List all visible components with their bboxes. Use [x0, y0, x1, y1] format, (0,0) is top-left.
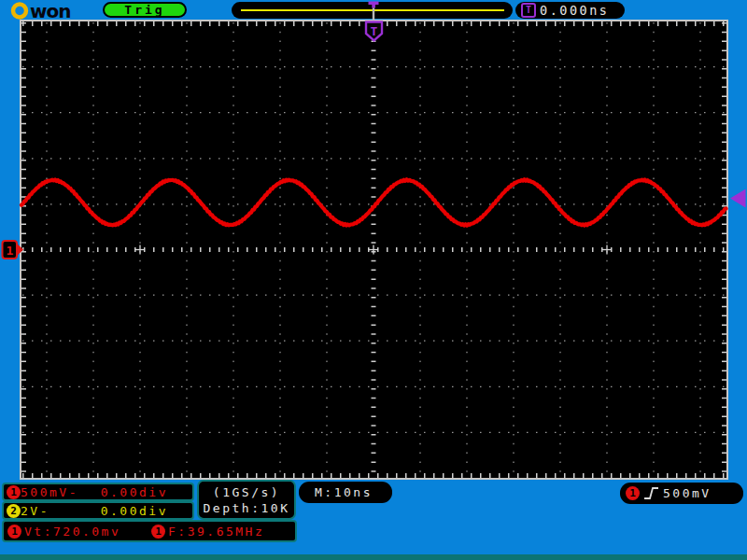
channel1-scale: 500mV-	[21, 485, 78, 499]
channel2-scale: 2V-	[21, 504, 49, 518]
trigger-t-badge-letter: T	[371, 24, 378, 38]
trigger-source-chip: 1	[626, 486, 640, 500]
graticule: T 1	[0, 0, 747, 560]
measurement-box: 1 Vt:720.0mv 1 F:39.65MHz	[2, 520, 297, 542]
timebase-box: M:10ns	[299, 482, 392, 503]
trigger-level-arrow[interactable]	[730, 189, 746, 208]
bottom-edge-strip	[0, 554, 747, 560]
channel1-position: 0.00div	[101, 485, 192, 499]
timebase-value: M:10ns	[315, 485, 373, 499]
measurement1-chip: 1	[7, 525, 21, 539]
channel1-status-box: 1 500mV- 0.00div	[2, 483, 194, 501]
acquisition-box: (1GS/s) Depth:10K	[197, 480, 296, 520]
memory-depth: Depth:10K	[204, 501, 290, 515]
sample-rate: (1GS/s)	[213, 485, 280, 499]
trigger-settings-box: 1 500mV	[620, 483, 743, 504]
measurement2-chip: 1	[151, 525, 165, 539]
measurement-frequency: F:39.65MHz	[168, 525, 264, 539]
trigger-level-value: 500mV	[663, 486, 712, 500]
channel1-marker-label: 1	[7, 244, 14, 258]
channel2-chip: 2	[7, 504, 21, 518]
oscilloscope-screen: won Trig T 0.000ns	[0, 0, 747, 560]
channel2-position: 0.00div	[101, 504, 192, 518]
measurement-vt: Vt:720.0mv	[24, 525, 148, 539]
channel1-chip: 1	[7, 485, 21, 499]
rising-edge-icon	[643, 486, 659, 500]
channel2-status-box: 2 2V- 0.00div	[2, 501, 194, 520]
